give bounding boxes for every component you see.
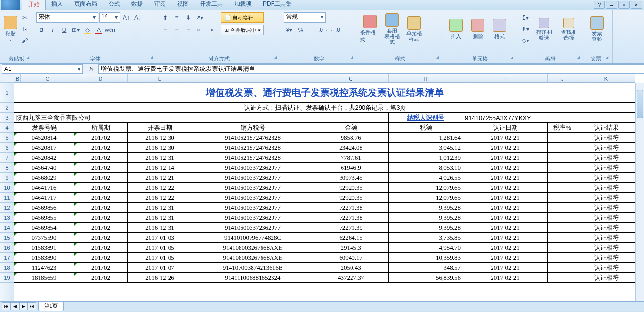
column-header[interactable]: G bbox=[313, 74, 389, 82]
align-left-button[interactable]: ≡ bbox=[160, 25, 171, 35]
data-cell[interactable]: 认证相符 bbox=[577, 193, 635, 202]
row-header[interactable]: 8 bbox=[0, 163, 14, 173]
data-cell[interactable] bbox=[548, 183, 577, 192]
data-cell[interactable]: 2016-12-22 bbox=[128, 193, 192, 202]
data-cell[interactable]: 72271.38 bbox=[313, 203, 389, 212]
data-cell[interactable]: 2016-12-31 bbox=[128, 223, 192, 232]
ribbon-tab[interactable]: 加载项 bbox=[229, 0, 257, 10]
copy-button[interactable]: ⎘ bbox=[20, 24, 30, 34]
data-cell[interactable]: 914106003372362977 bbox=[192, 193, 313, 202]
data-cell[interactable]: 2050.43 bbox=[313, 263, 389, 272]
wrap-text-button[interactable]: 📄 自动换行 bbox=[221, 12, 264, 23]
row-header[interactable]: 4 bbox=[0, 123, 14, 133]
row-header[interactable]: 5 bbox=[0, 133, 14, 143]
data-cell[interactable]: 91410100796774828C bbox=[192, 233, 313, 242]
data-cell[interactable]: 914106215724762828 bbox=[192, 143, 313, 152]
data-cell[interactable]: 914111006881652324 bbox=[192, 273, 313, 282]
row-header[interactable]: 13 bbox=[0, 213, 14, 223]
italic-button[interactable]: I bbox=[48, 25, 58, 35]
column-header[interactable]: E bbox=[128, 74, 192, 82]
data-cell[interactable]: 2017-02-21 bbox=[463, 263, 548, 272]
data-cell[interactable]: 认证相符 bbox=[577, 213, 635, 222]
data-cell[interactable]: 2017-02-21 bbox=[463, 153, 548, 162]
data-cell[interactable]: 201702 bbox=[74, 203, 128, 212]
data-cell[interactable]: 04520817 bbox=[14, 143, 74, 152]
data-cell[interactable]: 9,395.28 bbox=[389, 223, 463, 232]
scrollbar-thumb[interactable] bbox=[637, 90, 643, 118]
row-header[interactable]: 10 bbox=[0, 183, 14, 193]
data-cell[interactable]: 2017-02-21 bbox=[463, 203, 548, 212]
data-cell[interactable] bbox=[548, 273, 577, 282]
column-header[interactable]: F bbox=[192, 74, 313, 82]
data-cell[interactable]: 2016-12-31 bbox=[128, 203, 192, 212]
data-cell[interactable]: 92920.35 bbox=[313, 193, 389, 202]
data-cell[interactable]: 04520842 bbox=[14, 153, 74, 162]
data-cell[interactable]: 认证相符 bbox=[577, 153, 635, 162]
data-cell[interactable]: 2017-02-21 bbox=[463, 253, 548, 262]
data-cell[interactable]: 认证相符 bbox=[577, 253, 635, 262]
data-cell[interactable]: 认证相符 bbox=[577, 233, 635, 242]
data-cell[interactable]: 30973.45 bbox=[313, 173, 389, 182]
data-cell[interactable]: 认证相符 bbox=[577, 203, 635, 212]
delete-cells-button[interactable]: 删除 bbox=[468, 12, 488, 46]
data-cell[interactable]: 04520814 bbox=[14, 133, 74, 142]
ribbon-tab[interactable]: 开始 bbox=[22, 0, 46, 10]
data-cell[interactable]: 29145.3 bbox=[313, 243, 389, 252]
data-cell[interactable]: 04569855 bbox=[14, 213, 74, 222]
sort-filter-button[interactable]: 排序和 筛选 bbox=[533, 12, 555, 46]
autosum-button[interactable]: Σ▾ bbox=[520, 12, 531, 23]
data-cell[interactable]: 2017-02-21 bbox=[463, 223, 548, 232]
data-cell[interactable]: 01583890 bbox=[14, 253, 74, 262]
border-button[interactable]: ⊞▾ bbox=[70, 25, 81, 35]
fill-button[interactable]: ⬇▾ bbox=[520, 24, 531, 34]
data-cell[interactable]: 认证相符 bbox=[577, 273, 635, 282]
row-header[interactable]: 2 bbox=[0, 103, 14, 113]
data-cell[interactable]: 201702 bbox=[74, 233, 128, 242]
data-cell[interactable]: 2017-01-05 bbox=[128, 253, 192, 262]
data-cell[interactable]: 认证相符 bbox=[577, 173, 635, 182]
data-cell[interactable]: 60940.17 bbox=[313, 253, 389, 262]
data-cell[interactable]: 201702 bbox=[74, 213, 128, 222]
percent-button[interactable]: % bbox=[295, 25, 306, 35]
data-cell[interactable] bbox=[548, 213, 577, 222]
data-cell[interactable]: 201702 bbox=[74, 243, 128, 252]
dec-decimal-button[interactable]: ←.0 bbox=[330, 25, 340, 35]
phonetic-button[interactable]: wén bbox=[105, 25, 115, 35]
data-cell[interactable]: 认证相符 bbox=[577, 163, 635, 172]
ribbon-tab[interactable]: 公式 bbox=[103, 0, 126, 10]
data-cell[interactable]: 7787.61 bbox=[313, 153, 389, 162]
shrink-font-button[interactable]: A↓ bbox=[132, 12, 143, 23]
data-cell[interactable]: 3,735.85 bbox=[389, 233, 463, 242]
data-cell[interactable] bbox=[548, 163, 577, 172]
data-cell[interactable] bbox=[548, 203, 577, 212]
data-cell[interactable] bbox=[548, 193, 577, 202]
table-format-button[interactable]: 套用 表格格式 bbox=[382, 12, 402, 46]
data-cell[interactable]: 201702 bbox=[74, 223, 128, 232]
row-header[interactable]: 16 bbox=[0, 243, 14, 253]
restore-icon[interactable]: ▫ bbox=[618, 1, 630, 9]
find-select-button[interactable]: 查找和 选择 bbox=[557, 12, 580, 46]
ribbon-tab[interactable]: 视图 bbox=[171, 0, 194, 10]
data-cell[interactable]: 07375590 bbox=[14, 233, 74, 242]
number-format-combo[interactable]: 常规 bbox=[284, 12, 326, 23]
data-cell[interactable]: 认证相符 bbox=[577, 183, 635, 192]
help-icon[interactable]: ? bbox=[594, 1, 605, 9]
data-cell[interactable]: 2016-12-21 bbox=[128, 173, 192, 182]
data-cell[interactable]: 2017-02-21 bbox=[463, 163, 548, 172]
indent-dec-button[interactable]: ⇤ bbox=[194, 25, 205, 35]
data-cell[interactable]: 23424.08 bbox=[313, 143, 389, 152]
orientation-button[interactable]: ↗▾ bbox=[194, 12, 205, 23]
data-cell[interactable]: 9,395.28 bbox=[389, 203, 463, 212]
data-cell[interactable]: 2017-02-21 bbox=[463, 243, 548, 252]
data-cell[interactable]: 9,395.28 bbox=[389, 213, 463, 222]
data-cell[interactable]: 2017-01-03 bbox=[128, 233, 192, 242]
data-cell[interactable] bbox=[548, 173, 577, 182]
ribbon-tab[interactable]: 页面布局 bbox=[69, 0, 103, 10]
data-cell[interactable]: 04569854 bbox=[14, 223, 74, 232]
data-cell[interactable]: 914108003267668AXE bbox=[192, 253, 313, 262]
row-header[interactable]: 12 bbox=[0, 203, 14, 213]
data-cell[interactable]: 12,079.65 bbox=[389, 183, 463, 192]
data-cell[interactable]: 201702 bbox=[74, 143, 128, 152]
data-cell[interactable] bbox=[548, 253, 577, 262]
name-box[interactable]: A1 bbox=[2, 64, 83, 74]
